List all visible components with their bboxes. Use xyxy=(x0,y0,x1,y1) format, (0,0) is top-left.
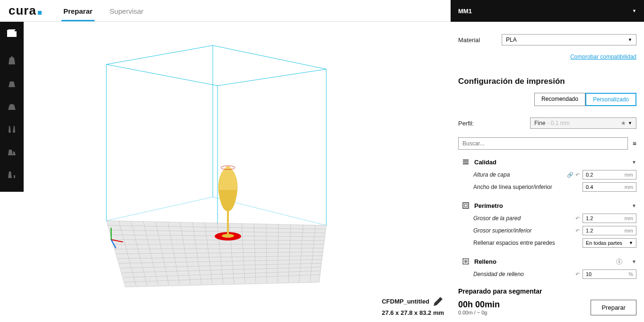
infill-density-input[interactable]: 10% xyxy=(583,269,636,279)
model-dimensions: 27.6 x 27.8 x 83.2 mm xyxy=(382,309,444,316)
tb-thickness-label: Grosor superior/inferior xyxy=(473,227,575,234)
compatibility-link[interactable]: Comprobar compatibilidad xyxy=(570,54,636,60)
shell-group-header[interactable]: Perímetro ▼ xyxy=(462,199,636,212)
prepare-button[interactable]: Preparar xyxy=(591,300,636,315)
svg-rect-46 xyxy=(464,204,467,207)
material-select[interactable]: PLA ▼ xyxy=(502,34,636,45)
print-length: 0.00m / ~ 0g xyxy=(458,310,500,315)
fill-gaps-label: Rellenar espacios entre paredes xyxy=(473,240,583,246)
chevron-down-icon: ▼ xyxy=(632,203,636,208)
line-width-input[interactable]: 0.4mm xyxy=(583,182,636,192)
ready-text: Preparado para segmentar xyxy=(458,287,636,295)
wall-thickness-input[interactable]: 1.2mm xyxy=(583,214,636,223)
chevron-down-icon: ▼ xyxy=(628,37,632,42)
profile-select[interactable]: Fine - 0.1 mm ★ ▼ xyxy=(530,117,636,129)
link-icon[interactable]: 🔗 xyxy=(567,172,574,178)
print-time: 00h 00min xyxy=(458,300,500,310)
infill-label: Relleno xyxy=(474,258,496,265)
fill-gaps-select[interactable]: En todas partes▼ xyxy=(583,238,636,248)
quality-label: Calidad xyxy=(474,159,496,166)
svg-rect-45 xyxy=(463,203,469,208)
shell-icon xyxy=(462,202,470,209)
reset-icon[interactable]: ↶ xyxy=(575,215,580,222)
rotate-tool[interactable] xyxy=(0,95,24,117)
material-value: PLA xyxy=(506,36,517,43)
reset-icon[interactable]: ↶ xyxy=(575,271,580,277)
star-icon: ★ xyxy=(621,120,626,126)
tab-monitor[interactable]: Supervisar xyxy=(108,0,146,21)
quality-group-header[interactable]: Calidad ▼ xyxy=(462,155,636,169)
info-icon[interactable]: i xyxy=(616,259,622,265)
chevron-down-icon: ▼ xyxy=(632,160,636,165)
chevron-down-icon: ▼ xyxy=(629,241,633,245)
chevron-down-icon: ▼ xyxy=(632,259,636,264)
printer-name: MM1 xyxy=(458,8,472,15)
profile-detail: - 0.1 mm xyxy=(547,120,569,126)
open-file-button[interactable] xyxy=(0,22,24,45)
profile-name: Fine xyxy=(534,120,545,126)
edit-icon[interactable] xyxy=(432,295,444,307)
shell-label: Perímetro xyxy=(474,202,503,209)
app-logo: cura xyxy=(0,3,50,18)
svg-rect-40 xyxy=(227,211,229,236)
top-bar: cura Preparar Supervisar Vista de sólido… xyxy=(0,0,644,22)
svg-rect-42 xyxy=(463,160,469,161)
print-settings-title: Configuración de impresión xyxy=(458,77,636,86)
tb-thickness-input[interactable]: 1.2mm xyxy=(583,226,636,235)
svg-rect-44 xyxy=(463,163,469,164)
per-model-tool[interactable] xyxy=(0,140,24,163)
search-input[interactable] xyxy=(458,137,628,150)
model-name: CFDMP_untitled xyxy=(382,298,429,305)
3d-viewport[interactable]: CFDMP_untitled 27.6 x 27.8 x 83.2 mm xyxy=(24,22,451,322)
infill-group-header[interactable]: Relleno i ▼ xyxy=(462,255,636,268)
chevron-down-icon: ▼ xyxy=(632,9,636,13)
recommended-button[interactable]: Recomendado xyxy=(534,93,585,106)
infill-density-label: Densidad de relleno xyxy=(473,271,575,277)
line-width-label: Ancho de línea superior/inferior xyxy=(473,184,583,190)
reset-icon[interactable]: ↶ xyxy=(575,172,580,178)
quality-icon xyxy=(462,158,470,166)
layer-height-input[interactable]: 0.2mm xyxy=(583,170,636,179)
tab-prepare[interactable]: Preparar xyxy=(61,0,95,21)
model-info: CFDMP_untitled 27.6 x 27.8 x 83.2 mm xyxy=(382,295,444,316)
support-tool[interactable] xyxy=(0,163,24,186)
material-label: Material xyxy=(458,36,502,44)
mirror-tool[interactable] xyxy=(0,117,24,140)
wall-thickness-label: Grosor de la pared xyxy=(473,215,575,222)
infill-icon xyxy=(462,258,470,265)
layer-height-label: Altura de capa xyxy=(473,171,567,178)
settings-panel: Material PLA ▼ Comprobar compatibilidad … xyxy=(451,22,644,322)
main-tabs: Preparar Supervisar xyxy=(61,0,145,21)
svg-point-41 xyxy=(222,234,234,238)
svg-rect-43 xyxy=(463,161,469,162)
reset-icon[interactable]: ↶ xyxy=(575,228,580,234)
menu-icon[interactable]: ≡ xyxy=(633,140,636,147)
printer-select[interactable]: MM1 ▼ xyxy=(451,0,644,22)
scale-tool[interactable] xyxy=(0,72,24,95)
profile-label: Perfil: xyxy=(458,120,474,127)
move-tool[interactable] xyxy=(0,49,24,72)
left-toolbar xyxy=(0,22,24,192)
chevron-down-icon: ▼ xyxy=(628,121,632,125)
custom-button[interactable]: Personalizado xyxy=(585,93,636,106)
mode-segmented: Recomendado Personalizado xyxy=(458,93,636,106)
